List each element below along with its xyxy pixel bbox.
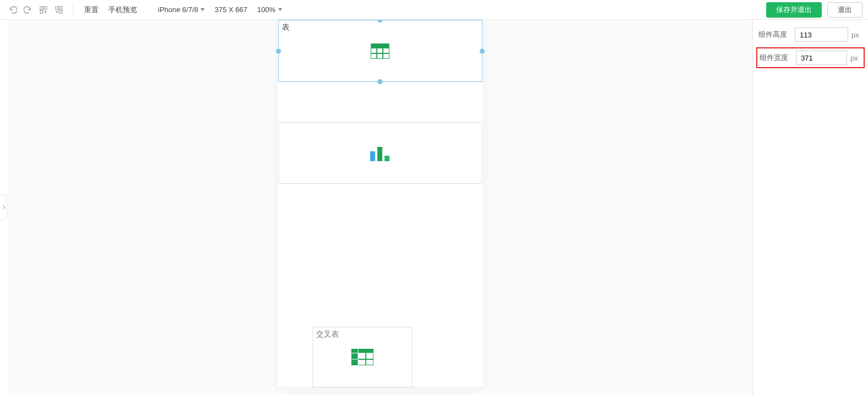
unit-label: px bbox=[850, 54, 861, 62]
layout-b-button[interactable] bbox=[52, 3, 66, 17]
chevron-down-icon bbox=[278, 8, 282, 11]
resize-handle-s[interactable] bbox=[378, 79, 383, 84]
svg-rect-16 bbox=[351, 349, 358, 365]
widget-bar-chart[interactable] bbox=[278, 122, 482, 184]
toolbar: 重置 手机预览 iPhone 6/7/8 375 X 667 100% 保存并退… bbox=[0, 0, 868, 20]
toolbar-separator bbox=[73, 5, 73, 15]
widget-cross-table[interactable]: 交叉表 bbox=[312, 327, 412, 387]
redo-icon bbox=[24, 6, 32, 14]
redo-button[interactable] bbox=[21, 3, 35, 17]
zoom-select[interactable]: 100% bbox=[253, 6, 286, 14]
exit-button[interactable]: 退出 bbox=[827, 2, 862, 18]
layout-a-button[interactable] bbox=[36, 3, 51, 17]
prop-label-width: 组件宽度 bbox=[760, 53, 793, 63]
undo-button[interactable] bbox=[6, 3, 20, 17]
svg-rect-6 bbox=[371, 43, 390, 48]
expand-left-panel-button[interactable] bbox=[1, 195, 7, 220]
component-width-input[interactable] bbox=[796, 51, 847, 65]
svg-rect-4 bbox=[59, 7, 62, 9]
device-select[interactable]: iPhone 6/7/8 bbox=[154, 6, 209, 14]
unit-label: px bbox=[851, 31, 862, 39]
resize-handle-n[interactable] bbox=[378, 20, 383, 23]
undo-icon bbox=[8, 6, 17, 14]
canvas[interactable]: 表 bbox=[8, 20, 752, 395]
widget-title: 表 bbox=[282, 23, 290, 32]
device-select-value: iPhone 6/7/8 bbox=[158, 6, 198, 14]
workspace: 表 bbox=[0, 20, 868, 395]
widget-table[interactable]: 表 bbox=[278, 20, 482, 82]
resize-handle-w[interactable] bbox=[276, 48, 281, 53]
device-frame: 表 bbox=[277, 20, 483, 387]
resize-handle-e[interactable] bbox=[479, 48, 484, 53]
properties-panel: 组件高度 px 组件宽度 px bbox=[752, 20, 868, 395]
svg-rect-13 bbox=[385, 156, 390, 161]
zoom-select-value: 100% bbox=[257, 6, 275, 14]
toolbar-right: 保存并退出 退出 bbox=[766, 2, 862, 18]
table-icon bbox=[371, 43, 390, 59]
prop-row-width: 组件宽度 px bbox=[758, 50, 862, 66]
reset-button[interactable]: 重置 bbox=[80, 5, 103, 15]
prop-label-height: 组件高度 bbox=[758, 30, 791, 40]
component-height-input[interactable] bbox=[795, 28, 848, 42]
svg-rect-2 bbox=[40, 10, 43, 13]
svg-rect-5 bbox=[59, 10, 62, 13]
mobile-preview-button[interactable]: 手机预览 bbox=[104, 5, 141, 15]
save-and-exit-button[interactable]: 保存并退出 bbox=[766, 2, 822, 18]
chevron-down-icon bbox=[200, 8, 205, 11]
layout-alt-icon bbox=[54, 6, 63, 14]
canvas-dimensions: 375 X 667 bbox=[210, 6, 252, 14]
svg-rect-3 bbox=[56, 7, 58, 9]
cross-table-icon bbox=[351, 349, 373, 365]
svg-rect-11 bbox=[370, 151, 375, 161]
svg-rect-0 bbox=[40, 7, 43, 9]
bar-chart-icon bbox=[369, 145, 391, 161]
prop-row-height: 组件高度 px bbox=[758, 28, 862, 42]
chevron-right-icon bbox=[2, 205, 6, 210]
layout-icon bbox=[39, 6, 48, 14]
svg-rect-12 bbox=[378, 147, 383, 161]
widget-title: 交叉表 bbox=[316, 330, 339, 339]
left-strip bbox=[0, 20, 8, 395]
svg-rect-1 bbox=[44, 7, 47, 9]
